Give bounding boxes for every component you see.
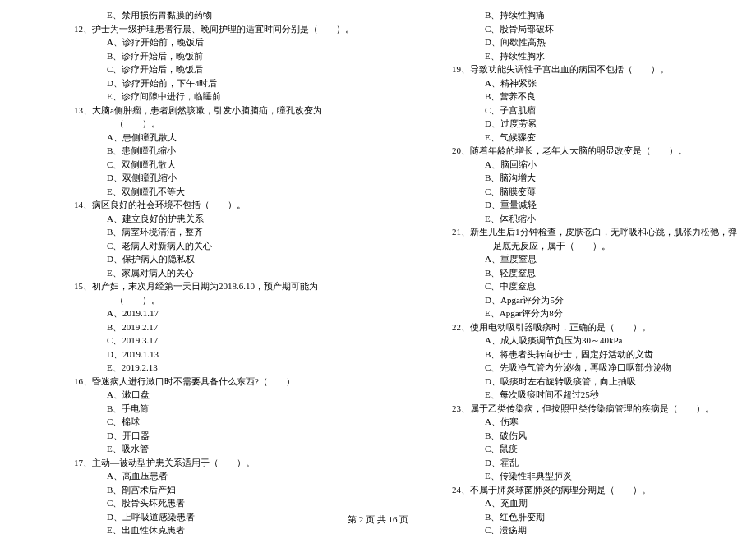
option-line: C、老病人对新病人的关心 <box>107 239 362 253</box>
question-line: 12、护士为一级护理患者行晨、晚间护理的适宜时间分别是（ ）。 <box>74 22 362 36</box>
option-line: D、间歇性高热 <box>485 35 740 49</box>
option-line: E、持续性胸水 <box>485 49 740 63</box>
option-line: D、霍乱 <box>485 456 740 470</box>
option-line: B、病室环境清洁，整齐 <box>107 225 362 239</box>
option-line: E、家属对病人的关心 <box>107 266 362 280</box>
option-line: E、Apgar评分为8分 <box>485 306 740 320</box>
question-line: 17、主动—被动型护患关系适用于（ ）。 <box>74 456 362 470</box>
option-line: B、诊疗开始后，晚饭前 <box>107 49 362 63</box>
option-line: E、诊疗间隙中进行，临睡前 <box>107 90 362 104</box>
page-footer: 第 2 页 共 16 页 <box>0 513 756 527</box>
option-line: E、双侧瞳孔不等大 <box>107 185 362 199</box>
option-line: A、诊疗开始前，晚饭后 <box>107 35 362 49</box>
option-line: C、鼠疫 <box>485 442 740 456</box>
question-line: 15、初产妇，末次月经第一天日期为2018.6.10，预产期可能为（ ）。 <box>74 279 362 306</box>
option-line: D、保护病人的隐私权 <box>107 252 362 266</box>
option-line: E、体积缩小 <box>485 212 740 226</box>
option-line: B、持续性胸痛 <box>485 8 740 22</box>
option-line: B、剖宫术后产妇 <box>107 483 362 497</box>
option-line: D、诊疗开始前，下午4时后 <box>107 76 362 90</box>
question-line: 24、不属于肺炎球菌肺炎的病理分期是（ ）。 <box>452 483 740 497</box>
left-column: E、禁用损伤胃黏膜的药物12、护士为一级护理患者行晨、晚间护理的适宜时间分别是（… <box>16 8 362 534</box>
option-line: E、每次吸痰时间不超过25秒 <box>485 388 740 402</box>
option-line: A、精神紧张 <box>485 76 740 90</box>
option-line: D、双侧瞳孔缩小 <box>107 171 362 185</box>
option-line: D、吸痰时左右旋转吸痰管，向上抽吸 <box>485 375 740 389</box>
option-line: E、气候骤变 <box>485 131 740 145</box>
option-line: B、2019.2.17 <box>107 320 362 334</box>
option-line: D、过度劳累 <box>485 117 740 131</box>
question-line: 23、属于乙类传染病，但按照甲类传染病管理的疾病是（ ）。 <box>452 402 740 416</box>
option-line: E、吸水管 <box>107 442 362 456</box>
option-line: B、破伤风 <box>485 429 740 443</box>
question-line: 16、昏迷病人进行漱口时不需要具备什么东西?（ ） <box>74 375 362 389</box>
option-line: D、2019.1.13 <box>107 348 362 361</box>
option-line: E、传染性非典型肺炎 <box>485 469 740 483</box>
option-line: A、患侧瞳孔散大 <box>107 131 362 145</box>
option-line: A、2019.1.17 <box>107 306 362 320</box>
option-line: C、股骨头坏死患者 <box>107 496 362 510</box>
option-line: C、棉球 <box>107 415 362 429</box>
option-line: A、伤寒 <box>485 415 740 429</box>
option-line: C、诊疗开始后，晚饭后 <box>107 62 362 76</box>
option-line: D、Apgar评分为5分 <box>485 293 740 307</box>
option-line: B、脑沟增大 <box>485 171 740 185</box>
option-line: C、中度窒息 <box>485 279 740 293</box>
option-line: B、营养不良 <box>485 90 740 104</box>
option-line: A、充血期 <box>485 496 740 510</box>
option-line: E、2019.2.13 <box>107 361 362 375</box>
question-line: 19、导致功能失调性子宫出血的病因不包括（ ）。 <box>452 62 740 76</box>
question-line: 13、大脑a侧肿瘤，患者剧然咳嗽，引发小脑脑疝，瞳孔改变为（ ）。 <box>74 104 362 131</box>
question-line: 22、使用电动吸引器吸痰时，正确的是（ ）。 <box>452 320 740 334</box>
question-line: 20、随着年龄的增长，老年人大脑的明显改变是（ ）。 <box>452 144 740 158</box>
option-line: A、漱口盘 <box>107 388 362 402</box>
option-line: D、开口器 <box>107 429 362 443</box>
right-column: B、持续性胸痛C、股骨局部破坏D、间歇性高热E、持续性胸水19、导致功能失调性子… <box>394 8 740 534</box>
option-line: C、脑膜变薄 <box>485 185 740 199</box>
option-line: D、重量减轻 <box>485 198 740 212</box>
option-line: A、高血压患者 <box>107 469 362 483</box>
option-line: B、手电筒 <box>107 402 362 416</box>
option-line: A、脑回缩小 <box>485 158 740 172</box>
option-line: C、子宫肌瘤 <box>485 104 740 117</box>
question-line: 14、病区良好的社会环境不包括（ ）。 <box>74 198 362 212</box>
option-line: B、轻度窒息 <box>485 266 740 280</box>
option-line: A、建立良好的护患关系 <box>107 212 362 226</box>
option-line: A、重度窒息 <box>485 252 740 266</box>
question-line: 21、新生儿生后1分钟检查，皮肤苍白，无呼吸和心跳，肌张力松弛，弹足底无反应，属… <box>452 225 740 252</box>
option-line: C、双侧瞳孔散大 <box>107 158 362 172</box>
option-line: E、禁用损伤胃黏膜的药物 <box>107 8 362 22</box>
option-line: B、患侧瞳孔缩小 <box>107 144 362 158</box>
option-line: C、先吸净气管内分泌物，再吸净口咽部分泌物 <box>485 361 740 375</box>
option-line: A、成人吸痰调节负压为30～40kPa <box>485 334 740 348</box>
option-line: C、股骨局部破坏 <box>485 22 740 36</box>
option-line: C、2019.3.17 <box>107 334 362 348</box>
option-line: B、将患者头转向护士，固定好活动的义齿 <box>485 348 740 361</box>
